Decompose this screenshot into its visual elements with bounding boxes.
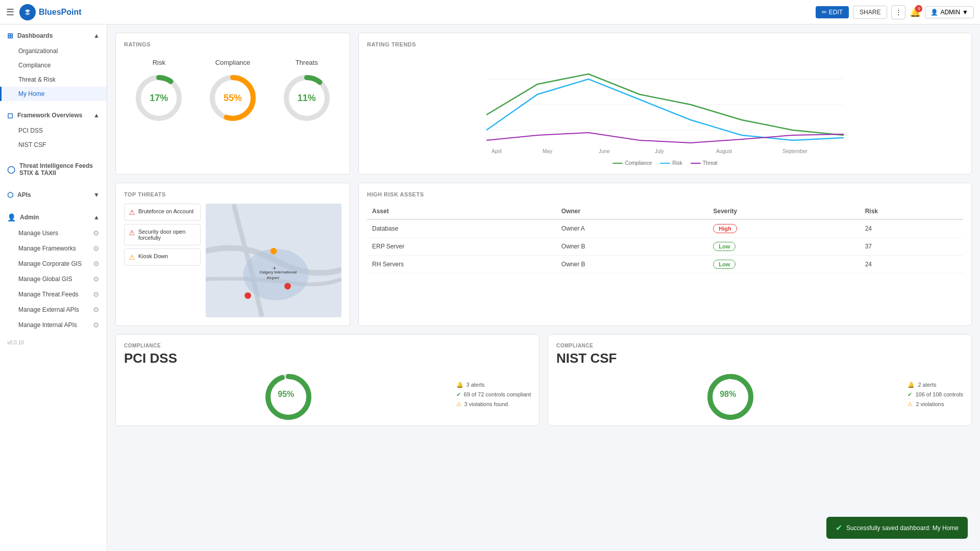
sidebar: ⊞ Dashboards ▲ Organizational Compliance…: [0, 24, 107, 551]
toast-notification: ✔ Successfully saved dashboard: My Home: [826, 517, 968, 539]
logo-text: BluesPoint: [39, 8, 82, 17]
tune-users-icon[interactable]: ⚙: [93, 229, 100, 237]
threat-red-icon-2: ⚠: [129, 229, 135, 237]
rating-trends-card: RATING TRENDS April May June July August…: [358, 33, 972, 174]
notifications-button[interactable]: 🔔 9: [910, 7, 921, 18]
toast-message: Successfully saved dashboard: My Home: [846, 524, 959, 532]
collapse-icon: ▲: [93, 32, 100, 39]
check-icon-nist: ✔: [908, 391, 912, 398]
nist-donut-value: 98%: [720, 390, 736, 399]
svg-text:July: July: [655, 148, 664, 154]
legend-risk: Risk: [660, 160, 682, 166]
sidebar-threat-feeds-header[interactable]: ◯ Threat Intelligence Feeds STIX & TAXII: [0, 158, 107, 181]
logo-area: BluesPoint: [19, 4, 82, 20]
tune-threat-feeds-icon[interactable]: ⚙: [93, 290, 100, 298]
compliance-pci-card: COMPLIANCE PCI DSS 95% 🔔 3 alerts: [115, 334, 540, 426]
sidebar-apis-header[interactable]: ⬡ APIs ▼: [0, 187, 107, 203]
sidebar-dashboards-header[interactable]: ⊞ Dashboards ▲: [0, 28, 107, 44]
more-options-button[interactable]: ⋮: [891, 5, 905, 19]
tune-global-gis-icon[interactable]: ⚙: [93, 275, 100, 283]
threat-item-security-door: ⚠ Security door open forcefully: [124, 224, 201, 245]
sidebar-item-manage-users[interactable]: Manage Users ⚙: [0, 226, 107, 241]
sidebar-item-compliance[interactable]: Compliance: [0, 58, 107, 72]
col-risk: Risk: [860, 204, 963, 219]
risk-label: Risk: [129, 59, 189, 66]
edit-icon: ✏: [822, 9, 827, 16]
sidebar-item-organizational[interactable]: Organizational: [0, 44, 107, 58]
pci-donut-value: 95%: [278, 390, 294, 399]
high-risk-assets-title: HIGH RISK ASSETS: [367, 191, 963, 197]
admin-sidebar-icon: 👤: [7, 213, 16, 221]
sidebar-item-pci-dss[interactable]: PCI DSS: [0, 123, 107, 138]
rating-trends-title: RATING TRENDS: [367, 41, 963, 47]
table-row: RH Servers Owner B Low 24: [367, 256, 963, 273]
top-threats-title: TOP THREATS: [124, 191, 341, 197]
table-row: ERP Server Owner B Low 37: [367, 238, 963, 256]
sidebar-item-my-home[interactable]: My Home: [0, 87, 107, 101]
asset-owner-1: Owner A: [556, 219, 708, 238]
threats-map: Calgary International Airport ✈: [206, 204, 341, 317]
expand-icon: ▲: [93, 112, 100, 119]
risk-value: 17%: [150, 93, 168, 104]
sidebar-item-manage-corporate-gis[interactable]: Manage Corporate GIS ⚙: [0, 256, 107, 271]
threat-item-kiosk-down: ⚠ Kiosk Down: [124, 248, 201, 266]
pci-title: PCI DSS: [124, 350, 531, 366]
collapse-admin-icon: ▲: [93, 214, 100, 221]
high-risk-assets-card: HIGH RISK ASSETS Asset Owner Severity Ri…: [358, 183, 972, 326]
threat-orange-icon: ⚠: [129, 253, 135, 261]
svg-point-20: [271, 248, 277, 255]
sidebar-item-manage-global-gis[interactable]: Manage Global GIS ⚙: [0, 271, 107, 287]
sidebar-item-manage-external-apis[interactable]: Manage External APIs ⚙: [0, 302, 107, 317]
sidebar-item-manage-frameworks[interactable]: Manage Frameworks ⚙: [0, 241, 107, 256]
dashboards-icon: ⊞: [7, 32, 13, 40]
asset-name-2: ERP Server: [367, 238, 556, 256]
col-owner: Owner: [556, 204, 708, 219]
svg-text:June: June: [599, 148, 610, 154]
nist-compliance-header: COMPLIANCE: [556, 343, 963, 348]
threats-value: 11%: [298, 93, 316, 104]
sidebar-item-nist-csf[interactable]: NIST CSF: [0, 138, 107, 152]
hamburger-icon[interactable]: ☰: [6, 7, 14, 18]
svg-point-22: [244, 292, 251, 299]
sidebar-item-manage-threat-feeds[interactable]: Manage Threat Feeds ⚙: [0, 287, 107, 302]
check-icon-pci: ✔: [456, 391, 461, 398]
admin-button[interactable]: 👤 ADMIN ▼: [925, 6, 974, 18]
asset-risk-1: 24: [860, 219, 963, 238]
asset-name-3: RH Servers: [367, 256, 556, 273]
svg-text:Calgary International: Calgary International: [259, 270, 297, 274]
chevron-down-icon: ▼: [962, 9, 968, 16]
compliance-value: 55%: [224, 93, 242, 104]
rating-risk: Risk 17%: [124, 54, 194, 129]
tune-internal-apis-icon[interactable]: ⚙: [93, 321, 100, 329]
sidebar-item-manage-internal-apis[interactable]: Manage Internal APIs ⚙: [0, 317, 107, 333]
share-button[interactable]: SHARE: [853, 6, 887, 19]
topnav: ☰ BluesPoint ✏ EDIT SHARE ⋮ 🔔 9 👤 ADMIN: [0, 0, 980, 24]
threat-feeds-icon: ◯: [7, 165, 15, 173]
sidebar-admin-header[interactable]: 👤 Admin ▲: [0, 209, 107, 226]
svg-text:Airport: Airport: [266, 276, 279, 280]
warn-icon-pci: ⚠: [456, 401, 461, 408]
table-row: Database Owner A High 24: [367, 219, 963, 238]
toast-check-icon: ✔: [836, 523, 842, 533]
edit-button[interactable]: ✏ EDIT: [816, 6, 849, 18]
admin-icon: 👤: [930, 9, 938, 16]
sidebar-item-threat-risk[interactable]: Threat & Risk: [0, 72, 107, 87]
legend-compliance: Compliance: [612, 160, 652, 166]
asset-owner-3: Owner B: [556, 256, 708, 273]
threat-item-bruteforce: ⚠ Bruteforce on Account: [124, 204, 201, 221]
nist-title: NIST CSF: [556, 350, 963, 366]
tune-external-apis-icon[interactable]: ⚙: [93, 306, 100, 314]
assets-table: Asset Owner Severity Risk Database Owner…: [367, 204, 963, 273]
col-asset: Asset: [367, 204, 556, 219]
sidebar-framework-header[interactable]: ◻ Framework Overviews ▲: [0, 107, 107, 123]
tune-corporate-gis-icon[interactable]: ⚙: [93, 260, 100, 268]
notification-badge: 9: [915, 5, 922, 12]
tune-frameworks-icon[interactable]: ⚙: [93, 244, 100, 253]
rating-compliance: Compliance 55%: [198, 54, 268, 129]
nist-stats: 🔔 2 alerts ✔ 106 of 108 controls ⚠ 2 vio…: [908, 382, 963, 408]
svg-text:✈: ✈: [273, 266, 277, 271]
rating-trends-chart: April May June July August September: [367, 54, 963, 156]
compliance-nist-card: COMPLIANCE NIST CSF 98% 🔔 2 alerts: [548, 334, 972, 426]
svg-text:May: May: [543, 148, 552, 154]
compliance-label: Compliance: [203, 59, 263, 66]
